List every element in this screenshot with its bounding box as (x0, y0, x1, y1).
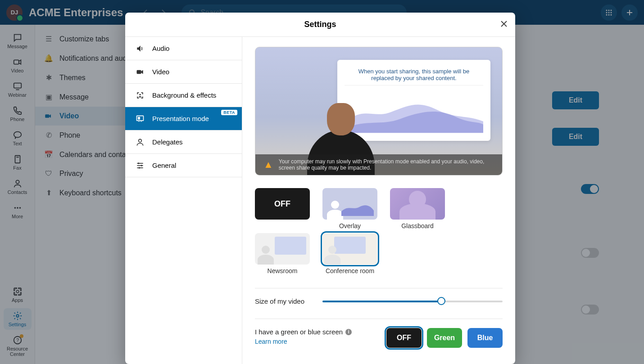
sample-text: When you start sharing, this sample will… (345, 66, 483, 85)
mode-off[interactable]: OFF (255, 188, 310, 229)
cat-label: Background & effects (152, 91, 216, 99)
greenscreen-segmented: OFF Green Blue (386, 328, 503, 348)
mode-overlay-thumb (322, 188, 377, 220)
presentation-mode-panel: When you start sharing, this sample will… (242, 37, 515, 364)
warning-icon: ▲ (263, 159, 273, 171)
video-size-label: Size of my video (255, 297, 304, 305)
svg-point-31 (139, 94, 141, 95)
mode-overlay[interactable]: Overlay (322, 188, 377, 229)
close-button[interactable] (500, 20, 508, 28)
gs-green-button[interactable]: Green (427, 328, 462, 348)
close-icon (500, 20, 508, 28)
cat-label: General (152, 162, 176, 169)
svg-rect-30 (137, 70, 141, 73)
mode-conference-thumb (322, 233, 377, 265)
mode-glassboard[interactable]: Glassboard (390, 188, 445, 229)
svg-point-41 (141, 165, 142, 166)
beta-badge: BETA (221, 110, 237, 115)
video-size-row: Size of my video (255, 297, 503, 305)
mode-label: Newsroom (268, 267, 298, 274)
sliders-icon (135, 161, 145, 171)
video-size-slider[interactable] (322, 301, 503, 302)
learn-more-link[interactable]: Learn more (255, 338, 359, 345)
mode-glassboard-thumb (390, 188, 445, 220)
video-icon (135, 67, 145, 77)
person-icon (135, 137, 145, 147)
divider (255, 319, 503, 319)
settings-categories: Audio Video Background & effects Present… (125, 37, 242, 364)
svg-rect-33 (138, 117, 140, 119)
mode-label: Conference room (326, 267, 374, 274)
cat-delegates[interactable]: Delegates (125, 130, 242, 154)
preview-box: When you start sharing, this sample will… (255, 47, 503, 175)
cat-background[interactable]: Background & effects (125, 84, 242, 107)
cat-video[interactable]: Video (125, 60, 242, 84)
cat-label: Audio (152, 45, 169, 52)
gs-blue-button[interactable]: Blue (467, 328, 503, 348)
svg-point-42 (139, 167, 140, 168)
info-icon[interactable]: i (345, 329, 352, 335)
mode-off-thumb: OFF (255, 188, 310, 220)
greenscreen-row: I have a green or blue screen i Learn mo… (255, 328, 503, 348)
mode-label: Overlay (339, 222, 361, 229)
warning-strip: ▲ Your computer may run slowly with Pres… (255, 154, 502, 175)
cat-label: Video (152, 68, 169, 76)
cat-audio[interactable]: Audio (125, 37, 242, 60)
divider (255, 288, 503, 288)
cat-label: Presentation mode (152, 115, 209, 122)
background-icon (135, 90, 145, 100)
modal-header: Settings (125, 13, 515, 37)
gs-off-button[interactable]: OFF (386, 328, 422, 348)
cat-general[interactable]: General (125, 154, 242, 177)
svg-point-40 (138, 162, 139, 164)
svg-point-36 (139, 139, 142, 142)
presentation-icon (135, 114, 145, 124)
greenscreen-label: I have a green or blue screen i (255, 328, 352, 336)
mode-newsroom[interactable]: Newsroom (255, 233, 310, 274)
cat-label: Delegates (152, 138, 183, 146)
mode-newsroom-thumb (255, 233, 310, 265)
settings-modal: Settings Audio Video (125, 13, 515, 364)
speaker-icon (135, 44, 145, 54)
warning-text: Your computer may run slowly with Presen… (279, 158, 494, 171)
mode-label: Glassboard (401, 222, 434, 229)
cat-presentation-mode[interactable]: Presentation mode BETA (125, 107, 242, 130)
mode-conference-room[interactable]: Conference room (322, 233, 377, 274)
mode-tiles: OFF Overlay Glassboard (255, 188, 503, 274)
modal-title: Settings (304, 20, 336, 29)
